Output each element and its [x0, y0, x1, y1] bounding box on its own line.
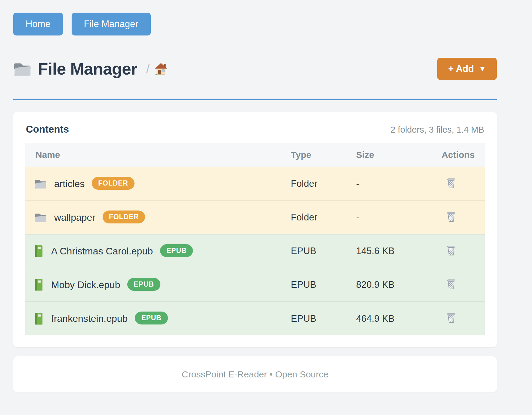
item-name[interactable]: A Christmas Carol.epub — [51, 246, 153, 257]
delete-button[interactable] — [446, 244, 457, 257]
title-divider — [13, 99, 497, 100]
wastebasket-icon — [447, 279, 456, 290]
item-type: Folder — [291, 167, 356, 201]
item-size: - — [356, 167, 441, 201]
chevron-down-icon: ▼ — [479, 65, 486, 73]
contents-summary: 2 folders, 3 files, 1.4 MB — [391, 125, 484, 135]
folder-badge: FOLDER — [103, 211, 145, 223]
wastebasket-icon — [447, 313, 456, 323]
column-header-name: Name — [25, 143, 291, 167]
item-size: 464.9 KB — [356, 302, 441, 335]
contents-header: Contents 2 folders, 3 files, 1.4 MB — [25, 124, 485, 135]
item-name[interactable]: wallpaper — [54, 212, 95, 223]
item-type: EPUB — [291, 268, 356, 302]
item-size: - — [356, 201, 441, 234]
home-button[interactable]: Home — [13, 13, 63, 35]
top-nav: Home File Manager — [13, 0, 497, 35]
item-name[interactable]: Moby Dick.epub — [51, 279, 120, 290]
table-row: articles FOLDER Folder - — [25, 167, 485, 201]
column-header-type: Type — [291, 143, 356, 167]
footer-card: CrossPoint E-Reader • Open Source — [13, 356, 497, 392]
item-name[interactable]: articles — [54, 178, 85, 189]
item-size: 820.9 KB — [356, 268, 441, 302]
table-row: Moby Dick.epub EPUB EPUB 820.9 KB — [25, 268, 485, 302]
breadcrumb: / — [146, 62, 168, 75]
add-button-label: + Add — [448, 63, 474, 74]
folder-icon — [34, 212, 47, 223]
folder-icon — [13, 61, 31, 76]
item-type: Folder — [291, 201, 356, 234]
table-header-row: Name Type Size Actions — [25, 143, 485, 167]
column-header-size: Size — [356, 143, 441, 167]
page-container: Home File Manager File Manager / + Add ▼… — [13, 0, 497, 392]
breadcrumb-separator: / — [146, 63, 150, 75]
epub-badge: EPUB — [160, 244, 193, 257]
footer-text: CrossPoint E-Reader • Open Source — [182, 369, 328, 380]
house-icon[interactable] — [154, 62, 168, 75]
green-book-icon — [34, 245, 44, 257]
item-type: EPUB — [291, 234, 356, 268]
item-name[interactable]: frankenstein.epub — [51, 313, 128, 324]
contents-card: Contents 2 folders, 3 files, 1.4 MB Name… — [13, 112, 497, 347]
page-title: File Manager — [38, 59, 137, 78]
delete-button[interactable] — [446, 211, 457, 223]
column-header-actions: Actions — [441, 143, 485, 167]
table-row: frankenstein.epub EPUB EPUB 464.9 KB — [25, 302, 485, 335]
wastebasket-icon — [447, 178, 456, 189]
folder-badge: FOLDER — [92, 177, 134, 190]
item-type: EPUB — [291, 302, 356, 335]
table-row: A Christmas Carol.epub EPUB EPUB 145.6 K… — [25, 234, 485, 268]
item-size: 145.6 KB — [356, 234, 441, 268]
green-book-icon — [34, 312, 44, 325]
delete-button[interactable] — [446, 278, 457, 291]
epub-badge: EPUB — [135, 312, 168, 324]
delete-button[interactable] — [446, 177, 457, 190]
page-header: File Manager / + Add ▼ — [13, 58, 497, 80]
epub-badge: EPUB — [127, 278, 160, 291]
green-book-icon — [34, 278, 44, 291]
file-table: Name Type Size Actions articles FOLDER — [25, 143, 485, 335]
file-manager-button[interactable]: File Manager — [72, 13, 151, 35]
wastebasket-icon — [447, 212, 456, 222]
folder-icon — [34, 179, 47, 189]
wastebasket-icon — [447, 245, 456, 256]
table-row: wallpaper FOLDER Folder - — [25, 201, 485, 234]
delete-button[interactable] — [446, 312, 457, 324]
add-button[interactable]: + Add ▼ — [437, 58, 497, 80]
contents-heading: Contents — [26, 124, 69, 135]
